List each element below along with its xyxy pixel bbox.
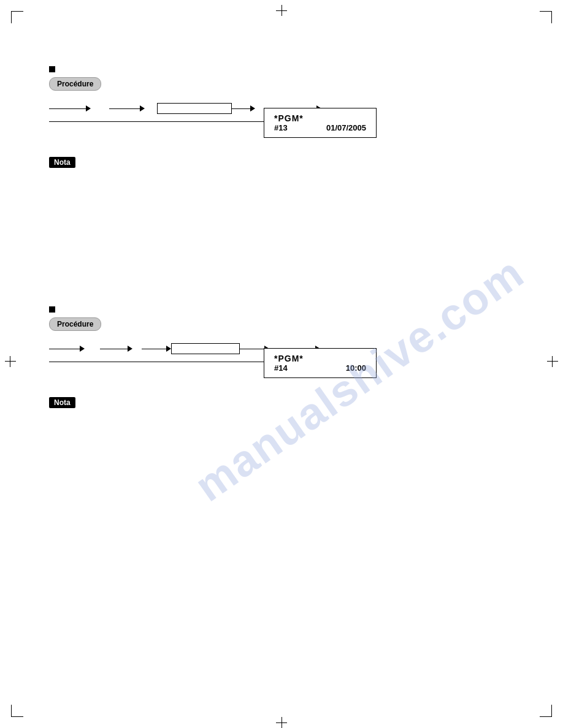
- crosshair-left: [5, 361, 16, 367]
- section1-bullet: [49, 66, 55, 72]
- crosshair-right: [547, 361, 558, 367]
- s2-arrow2: [100, 346, 132, 352]
- section2: Procédure: [49, 306, 503, 408]
- section1-pgm-line1: *PGM*: [274, 113, 366, 123]
- arrow3: [232, 105, 255, 112]
- section2-pgm-line1: *PGM*: [274, 354, 366, 363]
- section2-pgm-box: *PGM* #14 10:00: [264, 348, 377, 378]
- crosshair-top: [276, 5, 287, 11]
- arrow1: [49, 105, 91, 112]
- corner-mark-br: [540, 705, 552, 717]
- s2-arrow3: [142, 346, 171, 352]
- arrow2: [109, 105, 145, 112]
- section1-divider: [49, 121, 264, 122]
- corner-mark-tl: [11, 11, 23, 23]
- section1-pgm-line2: #13 01/07/2005: [274, 123, 366, 132]
- section1-nota: Nota: [49, 156, 503, 168]
- section2-pgm-line2: #14 10:00: [274, 363, 366, 373]
- section1-pgm-box: *PGM* #13 01/07/2005: [264, 108, 377, 138]
- section1-procedure-button[interactable]: Procédure: [49, 77, 101, 91]
- section2-flow-box: [171, 343, 240, 354]
- crosshair-bottom: [276, 717, 287, 723]
- section1: Procédure *PGM*: [49, 66, 503, 168]
- section2-divider: [49, 362, 264, 362]
- corner-mark-bl: [11, 705, 23, 717]
- section2-bullet: [49, 306, 55, 313]
- section2-nota: Nota: [49, 396, 503, 408]
- s2-arrow1: [49, 346, 85, 352]
- section2-procedure-button[interactable]: Procédure: [49, 317, 101, 331]
- corner-mark-tr: [540, 11, 552, 23]
- section1-flow-box: [157, 103, 232, 114]
